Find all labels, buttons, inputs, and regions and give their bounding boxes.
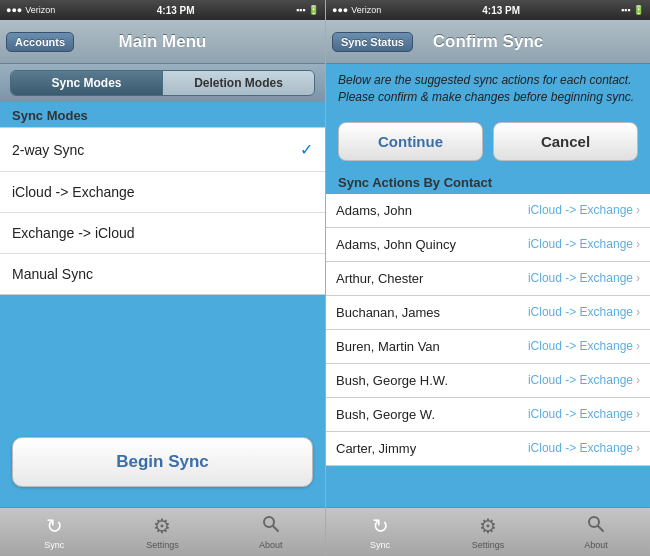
chevron-icon-6: › [636, 407, 640, 421]
search-icon [262, 515, 280, 538]
contact-item-6[interactable]: Bush, George W. iCloud -> Exchange › [326, 398, 650, 432]
contact-action-label-5: iCloud -> Exchange [528, 373, 633, 387]
continue-button[interactable]: Continue [338, 122, 483, 161]
chevron-icon-3: › [636, 305, 640, 319]
left-carrier: ●●● Verizon [6, 5, 55, 15]
left-back-button[interactable]: Accounts [6, 32, 74, 52]
list-item[interactable]: iCloud -> Exchange [0, 172, 325, 213]
chevron-icon-1: › [636, 237, 640, 251]
contact-action-3: iCloud -> Exchange › [528, 305, 640, 319]
contact-name-1: Adams, John Quincy [336, 237, 456, 252]
begin-sync-wrap: Begin Sync [0, 417, 325, 507]
contact-item-1[interactable]: Adams, John Quincy iCloud -> Exchange › [326, 228, 650, 262]
svg-line-1 [273, 526, 278, 531]
contact-item-3[interactable]: Buchanan, James iCloud -> Exchange › [326, 296, 650, 330]
cancel-button[interactable]: Cancel [493, 122, 638, 161]
sync-icon: ↻ [46, 514, 63, 538]
right-search-icon [587, 515, 605, 538]
right-sync-icon: ↻ [372, 514, 389, 538]
contact-name-4: Buren, Martin Van [336, 339, 440, 354]
contact-item-4[interactable]: Buren, Martin Van iCloud -> Exchange › [326, 330, 650, 364]
tab-about-label: About [259, 540, 283, 550]
left-carrier-label: Verizon [25, 5, 55, 15]
list-item[interactable]: Exchange -> iCloud [0, 213, 325, 254]
contact-action-5: iCloud -> Exchange › [528, 373, 640, 387]
left-seg-control: Sync Modes Deletion Modes [0, 64, 325, 102]
list-item-label: iCloud -> Exchange [12, 184, 135, 200]
tab-sync-label: Sync [44, 540, 64, 550]
right-content: Below are the suggested sync actions for… [326, 64, 650, 507]
right-tab-sync-label: Sync [370, 540, 390, 550]
list-item[interactable]: 2-way Sync ✓ [0, 128, 325, 172]
contact-action-4: iCloud -> Exchange › [528, 339, 640, 353]
contact-action-6: iCloud -> Exchange › [528, 407, 640, 421]
left-content: Sync Modes 2-way Sync ✓ iCloud -> Exchan… [0, 102, 325, 507]
chevron-icon-0: › [636, 203, 640, 217]
seg-sync-modes[interactable]: Sync Modes [11, 71, 162, 95]
tab-settings-label: Settings [146, 540, 179, 550]
contact-action-label-0: iCloud -> Exchange [528, 203, 633, 217]
right-battery: ▪▪▪ 🔋 [621, 5, 644, 15]
seg-deletion-modes[interactable]: Deletion Modes [163, 71, 314, 95]
list-item-label: 2-way Sync [12, 142, 84, 158]
left-time: 4:13 PM [157, 5, 195, 16]
tab-sync[interactable]: ↻ Sync [0, 508, 108, 556]
confirm-button-row: Continue Cancel [326, 114, 650, 169]
confirm-description: Below are the suggested sync actions for… [326, 64, 650, 114]
left-tab-bar: ↻ Sync ⚙ Settings About [0, 507, 325, 556]
contact-item-5[interactable]: Bush, George H.W. iCloud -> Exchange › [326, 364, 650, 398]
contact-action-0: iCloud -> Exchange › [528, 203, 640, 217]
left-phone: ●●● Verizon 4:13 PM ▪▪▪ 🔋 Accounts Main … [0, 0, 325, 556]
contact-item-2[interactable]: Arthur, Chester iCloud -> Exchange › [326, 262, 650, 296]
contact-item-7[interactable]: Carter, Jimmy iCloud -> Exchange › [326, 432, 650, 466]
contact-list: Adams, John iCloud -> Exchange › Adams, … [326, 194, 650, 507]
list-item-label: Exchange -> iCloud [12, 225, 135, 241]
begin-sync-button[interactable]: Begin Sync [12, 437, 313, 487]
left-nav-bar: Accounts Main Menu [0, 20, 325, 64]
right-nav-bar: Sync Status Confirm Sync [326, 20, 650, 64]
left-nav-title: Main Menu [119, 32, 207, 52]
contact-action-label-7: iCloud -> Exchange [528, 441, 633, 455]
right-carrier: ●●● Verizon [332, 5, 381, 15]
contact-item-0[interactable]: Adams, John iCloud -> Exchange › [326, 194, 650, 228]
contact-action-label-2: iCloud -> Exchange [528, 271, 633, 285]
right-tab-bar: ↻ Sync ⚙ Settings About [326, 507, 650, 556]
right-signal-icon: ●●● [332, 5, 348, 15]
right-carrier-label: Verizon [351, 5, 381, 15]
list-item[interactable]: Manual Sync [0, 254, 325, 294]
right-tab-sync[interactable]: ↻ Sync [326, 508, 434, 556]
sync-modes-list: 2-way Sync ✓ iCloud -> Exchange Exchange… [0, 127, 325, 295]
contact-name-3: Buchanan, James [336, 305, 440, 320]
contact-name-2: Arthur, Chester [336, 271, 436, 286]
right-gear-icon: ⚙ [479, 514, 497, 538]
chevron-icon-7: › [636, 441, 640, 455]
svg-line-3 [598, 526, 603, 531]
right-tab-about-label: About [584, 540, 608, 550]
left-status-bar: ●●● Verizon 4:13 PM ▪▪▪ 🔋 [0, 0, 325, 20]
left-battery: ▪▪▪ 🔋 [296, 5, 319, 15]
contact-name-7: Carter, Jimmy [336, 441, 436, 456]
left-section-header: Sync Modes [0, 102, 325, 127]
contact-action-label-6: iCloud -> Exchange [528, 407, 633, 421]
list-item-label: Manual Sync [12, 266, 93, 282]
contact-action-label-1: iCloud -> Exchange [528, 237, 633, 251]
contact-action-label-3: iCloud -> Exchange [528, 305, 633, 319]
left-battery-icon: ▪▪▪ 🔋 [296, 5, 319, 15]
right-time: 4:13 PM [482, 5, 520, 16]
contact-name-6: Bush, George W. [336, 407, 436, 422]
right-tab-settings[interactable]: ⚙ Settings [434, 508, 542, 556]
check-icon-0: ✓ [300, 140, 313, 159]
right-tab-about[interactable]: About [542, 508, 650, 556]
sync-actions-header: Sync Actions By Contact [326, 169, 650, 194]
gear-icon: ⚙ [153, 514, 171, 538]
tab-about[interactable]: About [217, 508, 325, 556]
chevron-icon-2: › [636, 271, 640, 285]
right-status-bar: ●●● Verizon 4:13 PM ▪▪▪ 🔋 [326, 0, 650, 20]
right-phone: ●●● Verizon 4:13 PM ▪▪▪ 🔋 Sync Status Co… [325, 0, 650, 556]
contact-name-0: Adams, John [336, 203, 436, 218]
contact-name-5: Bush, George H.W. [336, 373, 448, 388]
right-back-button[interactable]: Sync Status [332, 32, 413, 52]
tab-settings[interactable]: ⚙ Settings [108, 508, 216, 556]
chevron-icon-5: › [636, 373, 640, 387]
contact-action-7: iCloud -> Exchange › [528, 441, 640, 455]
